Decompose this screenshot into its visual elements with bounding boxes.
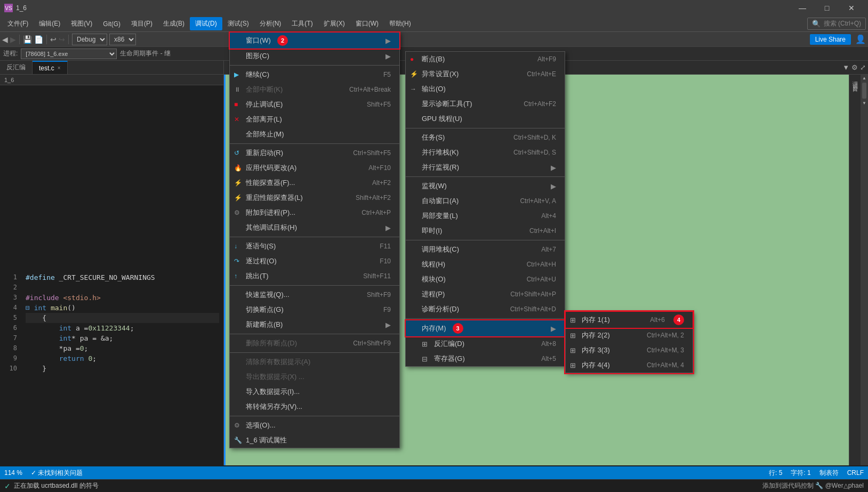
window-sub-locals[interactable]: 局部变量(L) Alt+4 [406,208,565,223]
scroll-up-btn[interactable]: ▲ [861,75,867,82]
window-sub-breakpoints[interactable]: ● 断点(B) Alt+F9 [406,52,565,67]
debug-menu-item-newbp[interactable]: 新建断点(B) ▶ [230,317,399,332]
maximize-button[interactable]: □ [815,0,839,16]
debug-menu-item-stop[interactable]: ■ 停止调试(E) Shift+F5 [230,97,399,112]
platform-dropdown[interactable]: x86 [109,34,136,45]
window-sub-autos[interactable]: 自动窗口(A) Ctrl+Alt+V, A [406,193,565,208]
window-sub-tasks[interactable]: 任务(S) Ctrl+Shift+D, K [406,130,565,145]
memory-sub-3[interactable]: ⊞ 内存 3(3) Ctrl+Alt+M, 3 [566,343,693,358]
debug-mode-dropdown[interactable]: Debug [72,34,107,45]
memory-sub-4[interactable]: ⊞ 内存 4(4) Ctrl+Alt+M, 4 [566,358,693,373]
window-sub-modules[interactable]: 模块(O) Ctrl+Alt+U [406,272,565,287]
debug-menu-item-stepout[interactable]: ↑ 跳出(T) Shift+F11 [230,269,399,284]
window-sub-exsettings[interactable]: ⚡ 异常设置(X) Ctrl+Alt+E [406,67,565,82]
memory-sub-2[interactable]: ⊞ 内存 2(2) Ctrl+Alt+M, 2 [566,328,693,343]
debug-menu-item-continue[interactable]: ▶ 继续(C) F5 [230,67,399,82]
sub-arrow-window: ▶ [375,37,391,45]
window-sub-output[interactable]: → 输出(O) [406,82,565,96]
live-share-button[interactable]: Live Share [810,34,851,45]
window-sub-disassembly[interactable]: ⊞ 反汇编(D) Alt+8 [406,336,565,351]
tab-disassembly[interactable]: 反汇编 [0,61,33,74]
window-sub-registers[interactable]: ⊟ 寄存器(G) Alt+5 [406,351,565,366]
processes-label: 进程(P) [422,289,445,299]
debug-menu-item-hotreload[interactable]: 🔥 应用代码更改(A) Alt+F10 [230,160,399,175]
debug-menu-item-graphics[interactable]: 图形(C) ▶ [230,49,399,63]
menu-test[interactable]: 测试(S) [222,17,254,30]
output-label: 输出(O) [422,84,446,94]
undo-icon[interactable]: ↩ [50,35,57,44]
menu-git[interactable]: Git(G) [98,18,126,30]
window-sub-memory[interactable]: 内存(M) 3 ▶ [406,320,565,336]
debug-menu-item-options[interactable]: ⚙ 选项(O)... [230,418,399,433]
search-input[interactable]: 搜索 (Ctrl+Q) [824,19,861,28]
encoding[interactable]: CRLF [847,469,864,477]
debug-menu-item-restartprofiler[interactable]: ⚡ 重启性能探查器(L) Shift+Alt+F2 [230,190,399,205]
back-icon[interactable]: ◀ [2,35,8,44]
forward-icon[interactable]: ▶ [10,35,16,44]
debug-menu-item-properties[interactable]: 🔧 1_6 调试属性 [230,433,399,448]
breakall-icon: ⏸ [234,86,240,93]
window-sub-callstack[interactable]: 调用堆栈(C) Alt+7 [406,242,565,257]
sub-arrow-watch: ▶ [540,182,556,190]
right-scrollbar[interactable]: ▲ ▼ [861,75,868,465]
window-sub-parallelstacks[interactable]: 并行堆栈(K) Ctrl+Shift+D, S [406,145,565,160]
window-sub-threads[interactable]: 线程(H) Ctrl+Alt+H [406,257,565,272]
expand-icon[interactable]: ⤢ [860,63,866,71]
scroll-down-btn[interactable]: ▼ [861,100,867,107]
debug-menu-window-label: 窗口(W) [246,36,271,45]
window-sub-diaganalysis[interactable]: 诊断分析(D) Ctrl+Shift+Alt+D [406,302,565,317]
menu-project[interactable]: 项目(P) [126,17,158,30]
debug-menu-item-togglebp[interactable]: 切换断点(G) F9 [230,302,399,317]
line-ending[interactable]: 制表符 [819,469,839,478]
redo-icon[interactable]: ↪ [59,35,65,44]
debug-menu-item-quickwatch[interactable]: 快速监视(Q)... Shift+F9 [230,287,399,302]
mem4-shortcut: Ctrl+Alt+M, 4 [625,361,684,369]
zoom-level[interactable]: 114 % [4,469,22,477]
dropdown-icon[interactable]: ▼ [842,63,849,71]
menu-help[interactable]: 帮助(H) [384,17,416,30]
process-dropdown[interactable]: [78608] 1_6.exe [21,49,117,59]
window-submenu: ● 断点(B) Alt+F9 ⚡ 异常设置(X) Ctrl+Alt+E → 输出… [405,51,565,367]
menu-analyze[interactable]: 分析(N) [254,17,287,30]
minimize-button[interactable]: — [790,0,815,16]
menu-file[interactable]: 文件(F) [2,17,34,30]
tab-close-icon[interactable]: × [58,65,61,71]
debug-menu-item-importtips[interactable]: 导入数据提示(I)... [230,384,399,399]
window-sub-gpu[interactable]: GPU 线程(U) [406,111,565,126]
notif-right-text[interactable]: 添加到源代码控制 🔧 @Wer△phael [762,481,864,490]
menu-extensions[interactable]: 扩展(X) [318,17,350,30]
menu-tools[interactable]: 工具(T) [286,17,318,30]
save-icon[interactable]: 💾 [23,35,32,44]
window-sub-parallelwatch[interactable]: 并行监视(R) ▶ [406,160,565,175]
account-icon[interactable]: 👤 [855,34,866,44]
processes-shortcut: Ctrl+Shift+Alt+P [489,291,556,298]
toolbar-sep-1 [19,35,20,44]
close-button[interactable]: ✕ [839,0,864,16]
menu-view[interactable]: 视图(V) [66,17,98,30]
code-line-10: } [26,364,219,374]
debug-menu-item-detachall[interactable]: ✕ 全部离开(L) [230,112,399,127]
debug-menu-item-window[interactable]: 窗口(W) 2 ▶ [230,33,399,49]
window-sub-processes[interactable]: 进程(P) Ctrl+Shift+Alt+P [406,287,565,302]
settings-icon[interactable]: ⚙ [851,63,858,71]
debug-menu-item-attach[interactable]: ⚙ 附加到进程(P)... Ctrl+Alt+P [230,205,399,220]
menu-edit[interactable]: 编辑(E) [34,17,66,30]
save-all-icon[interactable]: 📄 [34,35,43,44]
menu-debug[interactable]: 调试(D) [190,17,222,30]
menu-build[interactable]: 生成(B) [158,17,190,30]
code-content: #define _CRT_SECURE_NO_WARNINGS #include… [21,270,223,466]
debug-menu-item-terminateall[interactable]: 全部终止(M) [230,127,399,142]
debug-menu-item-stepover[interactable]: ↷ 逐过程(O) F10 [230,254,399,269]
window-sub-diagtools[interactable]: 显示诊断工具(T) Ctrl+Alt+F2 [406,96,565,111]
tab-testc[interactable]: test.c × [33,61,68,74]
debug-menu-item-profiler[interactable]: ⚡ 性能探查器(F)... Alt+F2 [230,175,399,190]
debug-menu-item-stepinto[interactable]: ↓ 逐语句(S) F11 [230,239,399,254]
window-sub-immediate[interactable]: 即时(I) Ctrl+Alt+I [406,223,565,238]
window-sub-watch[interactable]: 监视(W) ▶ [406,179,565,193]
debug-menu-item-savedump[interactable]: 将转储另存为(V)... [230,399,399,414]
memory-sub-1[interactable]: ⊞ 内存 1(1) Alt+6 4 [566,312,693,328]
menu-window[interactable]: 窗口(W) [350,17,384,30]
disassembly-shortcut: Alt+8 [520,340,556,348]
debug-menu-item-restart[interactable]: ↺ 重新启动(R) Ctrl+Shift+F5 [230,146,399,160]
debug-menu-item-othertargets[interactable]: 其他调试目标(H) ▶ [230,220,399,235]
